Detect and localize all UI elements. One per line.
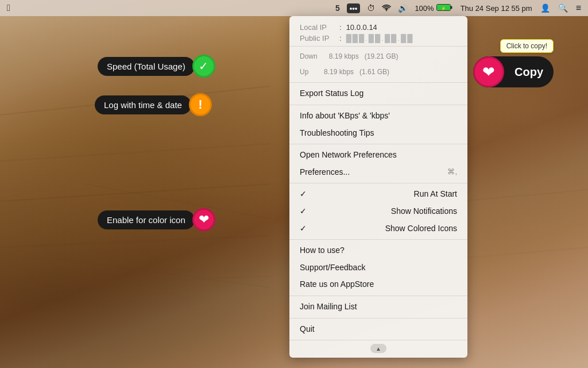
svg-line-6 xyxy=(448,103,588,115)
menu-item-preferences[interactable]: Preferences... ⌘, xyxy=(289,164,467,181)
toggles-section: Run At Start Show Notifications Show Col… xyxy=(289,183,467,240)
preferences-shortcut: ⌘, xyxy=(447,167,457,177)
annotation-log: Log with time & date ! xyxy=(95,93,229,116)
menu-item-support-feedback[interactable]: Support/Feedback xyxy=(289,259,467,277)
public-ip-label: Public IP xyxy=(300,34,337,43)
svg-line-3 xyxy=(0,236,270,247)
down-speed: 8.19 kbps xyxy=(329,52,359,60)
down-label: Down xyxy=(300,52,318,60)
down-stats: Down 8.19 kbps (19.21 GB) xyxy=(289,49,467,64)
menu-item-open-network-prefs[interactable]: Open Network Preferences xyxy=(289,147,467,164)
local-ip-value: 10.0.0.14 xyxy=(346,23,377,32)
list-icon[interactable]: ≡ xyxy=(576,3,581,13)
menu-item-troubleshooting[interactable]: Troubleshooting Tips xyxy=(289,125,467,142)
menu-item-info-kbps[interactable]: Info about 'KBps' & 'kbps' xyxy=(289,108,467,125)
wifi-icon[interactable] xyxy=(382,3,391,13)
svg-rect-13 xyxy=(450,6,452,9)
dots-menu-icon[interactable]: ••• xyxy=(347,3,361,13)
menu-item-join-mailing-list[interactable]: Join Mailing List xyxy=(289,298,467,316)
shield-app-icon[interactable]: 5 xyxy=(335,3,340,13)
svg-line-8 xyxy=(454,247,588,259)
svg-line-7 xyxy=(459,190,588,201)
green-check-icon: ✓ xyxy=(192,55,215,78)
copy-label: Copy xyxy=(504,66,554,79)
volume-icon[interactable]: 🔊 xyxy=(398,3,408,13)
annotation-log-label: Log with time & date xyxy=(95,95,191,114)
annotation-speed: Speed (Total Usage) ✓ xyxy=(98,55,233,78)
public-ip-value: ███.██.██.██ xyxy=(346,34,414,43)
pink-heart-icon: ❤ xyxy=(192,208,215,231)
orange-exclamation-icon: ! xyxy=(189,93,212,116)
menu-item-how-to-use[interactable]: How to use? xyxy=(289,242,467,259)
user-icon[interactable]: 👤 xyxy=(540,3,550,13)
dropdown-menu: Local IP : 10.0.0.14 Public IP : ███.██.… xyxy=(289,16,467,358)
datetime-label: Thu 24 Sep 12 55 pm xyxy=(461,4,532,13)
svg-text:⚡: ⚡ xyxy=(440,5,446,10)
svg-line-1 xyxy=(0,144,270,161)
menu-item-show-notifications[interactable]: Show Notifications xyxy=(289,203,467,220)
up-label: Up xyxy=(300,68,308,76)
copy-tooltip: Click to copy! xyxy=(500,39,554,53)
annotation-speed-label: Speed (Total Usage) xyxy=(98,57,195,76)
up-stats: Up 8.19 kbps (1.61 GB) xyxy=(289,64,467,80)
annotation-color-icon: Enable for color icon ❤ xyxy=(98,208,233,231)
scroll-up-button[interactable]: ▲ xyxy=(370,344,386,353)
menubar:  5 ••• ⏱ 🔊 100% xyxy=(0,0,588,16)
up-speed: 8.19 kbps xyxy=(324,68,354,76)
annotation-color-icon-label: Enable for color icon xyxy=(98,210,195,229)
ip-section: Local IP : 10.0.0.14 Public IP : ███.██.… xyxy=(289,20,467,47)
svg-line-2 xyxy=(0,184,270,201)
menu-item-show-colored-icons[interactable]: Show Colored Icons xyxy=(289,220,467,237)
down-total: (19.21 GB) xyxy=(365,52,399,60)
export-section: Export Status Log xyxy=(289,83,467,105)
local-ip-label: Local IP xyxy=(300,23,337,32)
copy-button[interactable]: ❤ Copy xyxy=(473,56,554,87)
battery-icon: ⚡ xyxy=(436,3,452,13)
up-total: (1.61 GB) xyxy=(359,68,389,76)
help-section: How to use? Support/Feedback Rate us on … xyxy=(289,240,467,296)
clock-icon[interactable]: ⏱ xyxy=(367,3,375,13)
mailing-section: Join Mailing List xyxy=(289,296,467,319)
search-icon[interactable]: 🔍 xyxy=(558,3,568,13)
info-section: Info about 'KBps' & 'kbps' Troubleshooti… xyxy=(289,105,467,144)
menu-item-quit[interactable]: Quit xyxy=(289,321,467,338)
menubar-left:  xyxy=(7,3,10,13)
menu-item-run-at-start[interactable]: Run At Start xyxy=(289,186,467,203)
prefs-section: Open Network Preferences Preferences... … xyxy=(289,144,467,183)
menu-item-rate-appstore[interactable]: Rate us on AppStore xyxy=(289,276,467,293)
scroll-indicator: ▲ xyxy=(289,340,467,354)
copy-button-container: Click to copy! ❤ Copy xyxy=(473,39,554,87)
speed-stats-section: Down 8.19 kbps (19.21 GB) Up 8.19 kbps (… xyxy=(289,47,467,83)
apple-menu[interactable]:  xyxy=(7,3,10,13)
battery-indicator: 100% ⚡ xyxy=(415,3,452,13)
menubar-icons: 5 ••• ⏱ 🔊 100% xyxy=(335,3,452,13)
battery-percent-label: 100% xyxy=(415,4,434,13)
quit-section: Quit xyxy=(289,319,467,341)
menu-item-export-status-log[interactable]: Export Status Log xyxy=(289,85,467,102)
menubar-right: 5 ••• ⏱ 🔊 100% xyxy=(335,3,581,13)
local-ip-row: Local IP : 10.0.0.14 xyxy=(289,22,467,33)
copy-heart-icon: ❤ xyxy=(473,56,504,87)
public-ip-row: Public IP : ███.██.██.██ xyxy=(289,33,467,44)
